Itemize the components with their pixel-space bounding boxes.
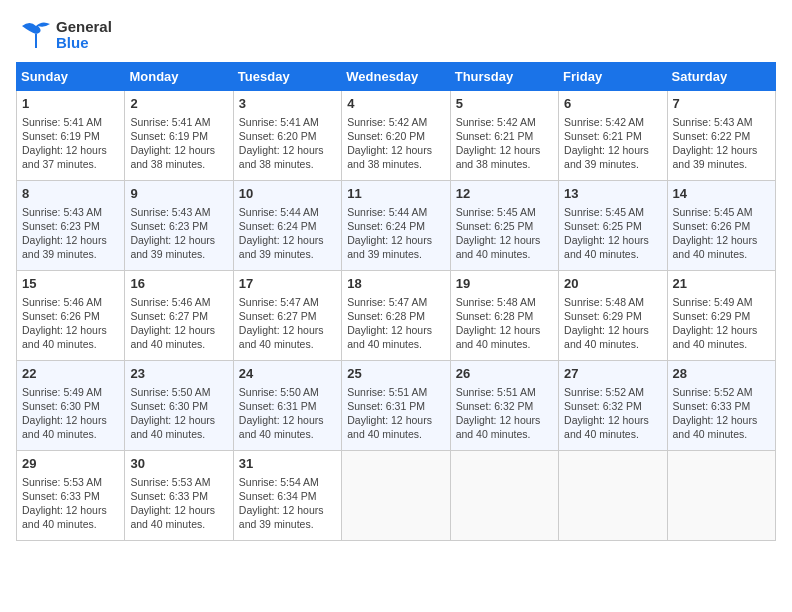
day-number: 26 xyxy=(456,365,553,383)
calendar-cell: 19Sunrise: 5:48 AMSunset: 6:28 PMDayligh… xyxy=(450,271,558,361)
calendar-cell: 23Sunrise: 5:50 AMSunset: 6:30 PMDayligh… xyxy=(125,361,233,451)
day-number: 13 xyxy=(564,185,661,203)
day-info: Sunrise: 5:48 AMSunset: 6:29 PMDaylight:… xyxy=(564,295,661,352)
day-number: 20 xyxy=(564,275,661,293)
calendar-week-4: 22Sunrise: 5:49 AMSunset: 6:30 PMDayligh… xyxy=(17,361,776,451)
calendar-week-5: 29Sunrise: 5:53 AMSunset: 6:33 PMDayligh… xyxy=(17,451,776,541)
day-number: 19 xyxy=(456,275,553,293)
day-number: 11 xyxy=(347,185,444,203)
calendar-cell: 9Sunrise: 5:43 AMSunset: 6:23 PMDaylight… xyxy=(125,181,233,271)
calendar-cell xyxy=(342,451,450,541)
calendar-cell: 22Sunrise: 5:49 AMSunset: 6:30 PMDayligh… xyxy=(17,361,125,451)
day-number: 31 xyxy=(239,455,336,473)
day-number: 17 xyxy=(239,275,336,293)
day-info: Sunrise: 5:47 AMSunset: 6:28 PMDaylight:… xyxy=(347,295,444,352)
day-info: Sunrise: 5:47 AMSunset: 6:27 PMDaylight:… xyxy=(239,295,336,352)
day-info: Sunrise: 5:44 AMSunset: 6:24 PMDaylight:… xyxy=(347,205,444,262)
day-number: 6 xyxy=(564,95,661,113)
calendar-week-1: 1Sunrise: 5:41 AMSunset: 6:19 PMDaylight… xyxy=(17,91,776,181)
logo: General Blue xyxy=(16,16,112,54)
calendar-cell: 14Sunrise: 5:45 AMSunset: 6:26 PMDayligh… xyxy=(667,181,775,271)
calendar-table: SundayMondayTuesdayWednesdayThursdayFrid… xyxy=(16,62,776,541)
day-info: Sunrise: 5:45 AMSunset: 6:25 PMDaylight:… xyxy=(564,205,661,262)
calendar-week-2: 8Sunrise: 5:43 AMSunset: 6:23 PMDaylight… xyxy=(17,181,776,271)
day-header-saturday: Saturday xyxy=(667,63,775,91)
day-info: Sunrise: 5:46 AMSunset: 6:27 PMDaylight:… xyxy=(130,295,227,352)
day-info: Sunrise: 5:50 AMSunset: 6:31 PMDaylight:… xyxy=(239,385,336,442)
calendar-cell: 12Sunrise: 5:45 AMSunset: 6:25 PMDayligh… xyxy=(450,181,558,271)
calendar-cell: 27Sunrise: 5:52 AMSunset: 6:32 PMDayligh… xyxy=(559,361,667,451)
day-info: Sunrise: 5:51 AMSunset: 6:32 PMDaylight:… xyxy=(456,385,553,442)
calendar-cell: 18Sunrise: 5:47 AMSunset: 6:28 PMDayligh… xyxy=(342,271,450,361)
calendar-cell: 2Sunrise: 5:41 AMSunset: 6:19 PMDaylight… xyxy=(125,91,233,181)
calendar-cell: 11Sunrise: 5:44 AMSunset: 6:24 PMDayligh… xyxy=(342,181,450,271)
calendar-cell: 6Sunrise: 5:42 AMSunset: 6:21 PMDaylight… xyxy=(559,91,667,181)
calendar-cell: 5Sunrise: 5:42 AMSunset: 6:21 PMDaylight… xyxy=(450,91,558,181)
day-info: Sunrise: 5:43 AMSunset: 6:23 PMDaylight:… xyxy=(22,205,119,262)
day-number: 1 xyxy=(22,95,119,113)
day-info: Sunrise: 5:50 AMSunset: 6:30 PMDaylight:… xyxy=(130,385,227,442)
day-number: 29 xyxy=(22,455,119,473)
day-info: Sunrise: 5:43 AMSunset: 6:23 PMDaylight:… xyxy=(130,205,227,262)
day-info: Sunrise: 5:49 AMSunset: 6:30 PMDaylight:… xyxy=(22,385,119,442)
calendar-cell: 4Sunrise: 5:42 AMSunset: 6:20 PMDaylight… xyxy=(342,91,450,181)
calendar-cell: 24Sunrise: 5:50 AMSunset: 6:31 PMDayligh… xyxy=(233,361,341,451)
day-number: 8 xyxy=(22,185,119,203)
day-info: Sunrise: 5:49 AMSunset: 6:29 PMDaylight:… xyxy=(673,295,770,352)
day-info: Sunrise: 5:45 AMSunset: 6:26 PMDaylight:… xyxy=(673,205,770,262)
calendar-cell: 31Sunrise: 5:54 AMSunset: 6:34 PMDayligh… xyxy=(233,451,341,541)
calendar-cell xyxy=(667,451,775,541)
day-info: Sunrise: 5:43 AMSunset: 6:22 PMDaylight:… xyxy=(673,115,770,172)
day-info: Sunrise: 5:54 AMSunset: 6:34 PMDaylight:… xyxy=(239,475,336,532)
calendar-cell: 29Sunrise: 5:53 AMSunset: 6:33 PMDayligh… xyxy=(17,451,125,541)
calendar-cell: 13Sunrise: 5:45 AMSunset: 6:25 PMDayligh… xyxy=(559,181,667,271)
day-number: 27 xyxy=(564,365,661,383)
day-number: 24 xyxy=(239,365,336,383)
day-info: Sunrise: 5:53 AMSunset: 6:33 PMDaylight:… xyxy=(22,475,119,532)
calendar-cell: 30Sunrise: 5:53 AMSunset: 6:33 PMDayligh… xyxy=(125,451,233,541)
day-info: Sunrise: 5:53 AMSunset: 6:33 PMDaylight:… xyxy=(130,475,227,532)
logo-general-text: General xyxy=(56,19,112,36)
day-info: Sunrise: 5:48 AMSunset: 6:28 PMDaylight:… xyxy=(456,295,553,352)
day-number: 12 xyxy=(456,185,553,203)
day-info: Sunrise: 5:45 AMSunset: 6:25 PMDaylight:… xyxy=(456,205,553,262)
day-number: 4 xyxy=(347,95,444,113)
day-number: 21 xyxy=(673,275,770,293)
day-number: 2 xyxy=(130,95,227,113)
day-header-sunday: Sunday xyxy=(17,63,125,91)
calendar-cell: 3Sunrise: 5:41 AMSunset: 6:20 PMDaylight… xyxy=(233,91,341,181)
day-number: 16 xyxy=(130,275,227,293)
day-info: Sunrise: 5:44 AMSunset: 6:24 PMDaylight:… xyxy=(239,205,336,262)
day-number: 18 xyxy=(347,275,444,293)
day-info: Sunrise: 5:52 AMSunset: 6:33 PMDaylight:… xyxy=(673,385,770,442)
day-header-tuesday: Tuesday xyxy=(233,63,341,91)
calendar-cell: 10Sunrise: 5:44 AMSunset: 6:24 PMDayligh… xyxy=(233,181,341,271)
day-info: Sunrise: 5:42 AMSunset: 6:20 PMDaylight:… xyxy=(347,115,444,172)
calendar-cell: 15Sunrise: 5:46 AMSunset: 6:26 PMDayligh… xyxy=(17,271,125,361)
calendar-cell: 21Sunrise: 5:49 AMSunset: 6:29 PMDayligh… xyxy=(667,271,775,361)
day-number: 23 xyxy=(130,365,227,383)
page-header: General Blue xyxy=(16,16,776,54)
day-info: Sunrise: 5:42 AMSunset: 6:21 PMDaylight:… xyxy=(564,115,661,172)
logo-bird-icon xyxy=(16,16,54,54)
day-info: Sunrise: 5:41 AMSunset: 6:19 PMDaylight:… xyxy=(22,115,119,172)
day-number: 22 xyxy=(22,365,119,383)
day-header-monday: Monday xyxy=(125,63,233,91)
calendar-cell xyxy=(559,451,667,541)
calendar-cell xyxy=(450,451,558,541)
calendar-cell: 25Sunrise: 5:51 AMSunset: 6:31 PMDayligh… xyxy=(342,361,450,451)
calendar-cell: 16Sunrise: 5:46 AMSunset: 6:27 PMDayligh… xyxy=(125,271,233,361)
calendar-cell: 28Sunrise: 5:52 AMSunset: 6:33 PMDayligh… xyxy=(667,361,775,451)
day-header-wednesday: Wednesday xyxy=(342,63,450,91)
day-info: Sunrise: 5:46 AMSunset: 6:26 PMDaylight:… xyxy=(22,295,119,352)
calendar-cell: 7Sunrise: 5:43 AMSunset: 6:22 PMDaylight… xyxy=(667,91,775,181)
day-info: Sunrise: 5:41 AMSunset: 6:20 PMDaylight:… xyxy=(239,115,336,172)
calendar-cell: 20Sunrise: 5:48 AMSunset: 6:29 PMDayligh… xyxy=(559,271,667,361)
header-row: SundayMondayTuesdayWednesdayThursdayFrid… xyxy=(17,63,776,91)
day-number: 28 xyxy=(673,365,770,383)
day-info: Sunrise: 5:52 AMSunset: 6:32 PMDaylight:… xyxy=(564,385,661,442)
day-number: 3 xyxy=(239,95,336,113)
day-number: 14 xyxy=(673,185,770,203)
logo-svg: General Blue xyxy=(16,16,112,54)
calendar-cell: 17Sunrise: 5:47 AMSunset: 6:27 PMDayligh… xyxy=(233,271,341,361)
